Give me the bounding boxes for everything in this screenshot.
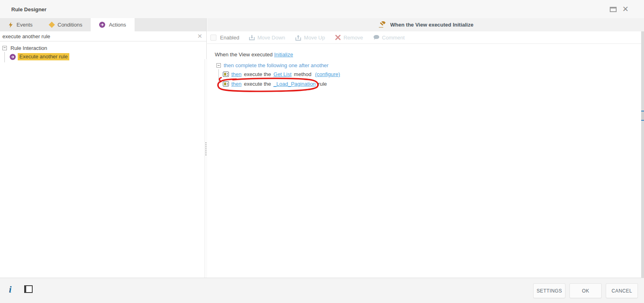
action-text: method (294, 71, 311, 77)
settings-button[interactable]: SETTINGS (533, 283, 565, 298)
action-item-icon (223, 81, 229, 87)
tab-events[interactable]: Events (0, 18, 41, 31)
group-line-text[interactable]: then complete the following one after an… (224, 62, 328, 68)
collapse-icon[interactable] (2, 46, 7, 50)
move-up-button[interactable]: Move Up (292, 35, 328, 41)
title-bar: Rule Designer ✕ (0, 0, 644, 18)
diamond-icon (48, 22, 55, 28)
remove-x-icon (335, 35, 341, 40)
cancel-button[interactable]: CANCEL (606, 283, 638, 298)
panel-splitter[interactable] (204, 59, 207, 278)
move-down-icon (249, 35, 255, 41)
configure-link[interactable]: (configure) (315, 71, 340, 77)
tab-actions[interactable]: Actions (91, 18, 135, 31)
comment-button[interactable]: Comment (370, 35, 408, 41)
action-text: rule (318, 81, 327, 87)
tree-line (218, 69, 219, 89)
action-search-row: ✕ (0, 31, 206, 41)
move-down-button[interactable]: Move Down (245, 35, 289, 41)
tab-conditions[interactable]: Conditions (41, 18, 91, 31)
event-line: When the View executed Initialize (215, 52, 293, 58)
expand-layout-icon[interactable] (24, 285, 33, 293)
get-list-link[interactable]: Get List (274, 71, 292, 77)
tree-item-label-highlighted: Execute another rule (18, 53, 69, 60)
footer-buttons: SETTINGS OK CANCEL (533, 283, 638, 298)
arrow-circle-icon (10, 54, 16, 60)
tab-events-label: Events (17, 22, 33, 28)
tab-actions-label: Actions (109, 22, 126, 28)
collapse-icon[interactable] (216, 63, 221, 68)
tree-item-execute-another-rule[interactable]: Execute another rule (0, 53, 206, 60)
action-row-get-list[interactable]: then execute the Get List method (config… (223, 71, 340, 77)
load-pagination-link[interactable]: _Load_Pagination (274, 81, 316, 87)
scrollbar-thumb[interactable] (641, 111, 644, 121)
maximize-icon[interactable] (610, 7, 617, 12)
tree-line (4, 52, 5, 62)
actions-tree: Rule Interaction Execute another rule (0, 41, 206, 60)
action-item-icon (223, 72, 229, 77)
action-group-row: then complete the following one after an… (216, 62, 328, 68)
footer-bar: i SETTINGS OK CANCEL (0, 278, 644, 303)
rule-header: When the View executed Initialize (207, 18, 644, 31)
enabled-checkbox[interactable] (210, 35, 216, 41)
rule-definition-area: When the View executed Initialize then c… (207, 44, 644, 278)
then-link[interactable]: then (231, 71, 241, 77)
remove-label: Remove (343, 35, 363, 41)
info-icon[interactable]: i (9, 284, 12, 294)
window-title: Rule Designer (11, 6, 46, 12)
then-link[interactable]: then (231, 81, 241, 87)
action-row-load-pagination[interactable]: then execute the _Load_Pagination rule (223, 81, 327, 87)
search-input[interactable] (0, 31, 206, 41)
rule-header-title: When the View executed Initialize (390, 22, 473, 28)
splitter-grip-icon (206, 142, 206, 155)
tree-group-label: Rule Interaction (10, 45, 47, 51)
tree-group-rule-interaction[interactable]: Rule Interaction (0, 44, 206, 52)
tab-conditions-label: Conditions (58, 22, 82, 28)
right-panel: When the View executed Initialize Enable… (207, 18, 644, 278)
rule-toolbar: Enabled Move Down Move Up (207, 31, 644, 44)
ok-button[interactable]: OK (569, 283, 602, 298)
comment-label: Comment (382, 35, 405, 41)
gavel-icon (378, 21, 386, 28)
enabled-label: Enabled (220, 35, 239, 41)
event-text: When the View executed (215, 52, 273, 58)
event-link-initialize[interactable]: Initialize (274, 52, 293, 58)
action-text: execute the (244, 81, 271, 87)
clear-search-icon[interactable]: ✕ (197, 33, 202, 40)
tab-strip: Events Conditions Actions (0, 18, 206, 31)
comment-bubble-icon (373, 35, 380, 40)
rule-designer-window: Rule Designer ✕ Events Conditions Action… (0, 0, 644, 303)
lightning-icon (8, 22, 13, 28)
move-up-label: Move Up (304, 35, 325, 41)
close-icon[interactable]: ✕ (622, 6, 629, 12)
left-panel: Events Conditions Actions ✕ Rule Interac… (0, 18, 207, 278)
move-up-icon (295, 35, 301, 41)
arrow-circle-icon (99, 22, 105, 28)
window-controls: ✕ (610, 6, 629, 12)
vertical-scrollbar[interactable] (641, 31, 644, 278)
move-down-label: Move Down (258, 35, 285, 41)
action-text: execute the (244, 71, 271, 77)
remove-button[interactable]: Remove (332, 35, 366, 41)
